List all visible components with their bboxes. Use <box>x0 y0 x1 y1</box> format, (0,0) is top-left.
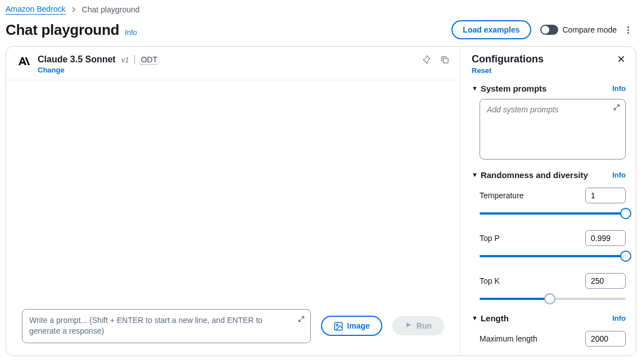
system-prompts-section: ▼System prompts Info <box>472 84 626 161</box>
topk-input[interactable] <box>585 273 626 289</box>
breadcrumb-root[interactable]: Amazon Bedrock <box>6 4 66 15</box>
maxlen-input[interactable] <box>585 331 626 347</box>
chevron-right-icon <box>71 6 76 14</box>
broom-icon[interactable] <box>421 54 431 66</box>
info-link[interactable]: Info <box>125 28 137 37</box>
load-examples-button[interactable]: Load examples <box>451 20 531 39</box>
image-icon <box>333 321 342 330</box>
temperature-input[interactable] <box>585 188 626 203</box>
model-version: v1 <box>121 56 129 64</box>
breadcrumb-current: Chat playground <box>82 5 140 14</box>
page-header: Chat playground Info Load examples Compa… <box>0 17 642 46</box>
input-row: Write a prompt... (Shift + ENTER to star… <box>6 300 460 356</box>
maxlen-label: Maximum length <box>480 334 537 343</box>
run-button-label: Run <box>417 321 432 330</box>
length-section: ▼Length Info Maximum length <box>472 313 626 349</box>
temperature-label: Temperature <box>480 191 524 200</box>
chat-messages-area <box>6 80 460 300</box>
triangle-down-icon[interactable]: ▼ <box>472 85 478 92</box>
prompt-input[interactable]: Write a prompt... (Shift + ENTER to star… <box>22 309 311 343</box>
info-link[interactable]: Info <box>612 314 626 322</box>
model-bar: Claude 3.5 Sonnet v1 ODT Change <box>6 47 460 80</box>
topk-label: Top K <box>480 276 500 285</box>
section-title: Randomness and diversity <box>481 170 588 180</box>
section-title: System prompts <box>481 84 547 93</box>
prompt-placeholder: Write a prompt... (Shift + ENTER to star… <box>29 315 290 337</box>
model-name: Claude 3.5 Sonnet <box>38 54 116 65</box>
compare-mode-label: Compare mode <box>563 25 617 34</box>
breadcrumb: Amazon Bedrock Chat playground <box>0 0 642 17</box>
separator <box>134 55 135 64</box>
change-model-link[interactable]: Change <box>38 66 157 74</box>
image-button[interactable]: Image <box>321 316 382 336</box>
anthropic-logo-icon <box>17 55 31 69</box>
more-actions-button[interactable] <box>626 25 631 35</box>
topp-label: Top P <box>480 234 500 243</box>
expand-icon[interactable] <box>298 315 305 324</box>
compare-mode-toggle[interactable] <box>540 25 558 35</box>
expand-icon[interactable] <box>613 103 620 112</box>
config-title: Configurations <box>472 53 544 65</box>
triangle-down-icon[interactable]: ▼ <box>472 171 478 178</box>
system-prompt-textarea[interactable] <box>480 99 626 160</box>
section-title: Length <box>481 313 509 323</box>
configurations-panel: Configurations Reset ▼System prompts Inf… <box>460 47 636 356</box>
topp-input[interactable] <box>585 230 626 246</box>
main-panel: Claude 3.5 Sonnet v1 ODT Change Write a … <box>6 46 636 356</box>
chat-area: Claude 3.5 Sonnet v1 ODT Change Write a … <box>6 47 460 356</box>
play-icon <box>405 321 412 330</box>
model-odt-label: ODT <box>141 55 157 65</box>
topp-slider[interactable] <box>480 252 626 261</box>
triangle-down-icon[interactable]: ▼ <box>472 315 478 321</box>
image-button-label: Image <box>347 321 369 330</box>
info-link[interactable]: Info <box>612 171 626 179</box>
copy-icon[interactable] <box>440 55 450 66</box>
close-icon[interactable] <box>617 54 626 66</box>
randomness-section: ▼Randomness and diversity Info Temperatu… <box>472 170 626 303</box>
topk-slider[interactable] <box>480 294 626 303</box>
page-title: Chat playground <box>6 21 119 39</box>
run-button: Run <box>392 316 444 335</box>
svg-rect-0 <box>444 58 449 63</box>
svg-point-2 <box>337 325 338 326</box>
reset-link[interactable]: Reset <box>472 66 491 75</box>
temperature-slider[interactable] <box>480 209 626 218</box>
info-link[interactable]: Info <box>612 84 626 93</box>
